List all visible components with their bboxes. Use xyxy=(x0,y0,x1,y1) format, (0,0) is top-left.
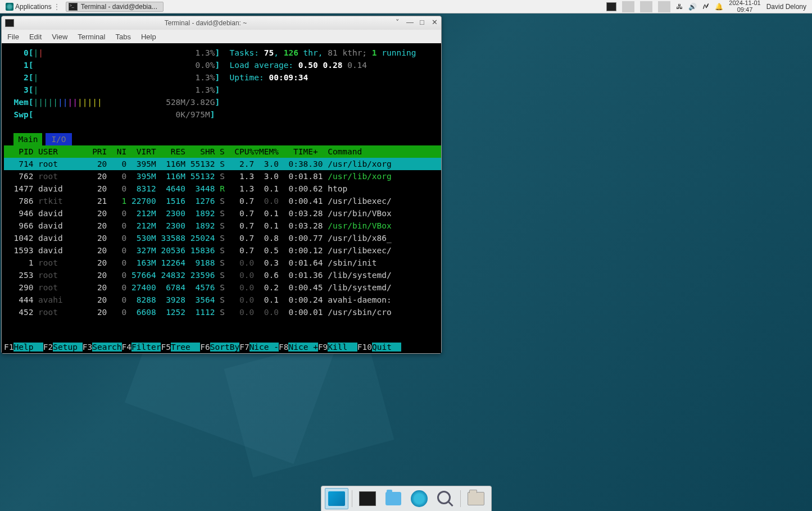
terminal-content[interactable]: 0[|| 1.3%] Tasks: 75, 126 thr, 81 kthr; … xyxy=(2,43,441,341)
clock-time: 09:47 xyxy=(729,7,760,13)
dock-home-folder[interactable] xyxy=(464,488,488,509)
menu-tabs[interactable]: Tabs xyxy=(115,33,130,41)
close-button[interactable]: ✕ xyxy=(431,20,438,26)
applications-menu[interactable]: Applications ⋮ xyxy=(2,2,63,12)
tray-separator xyxy=(640,1,652,12)
maximize-button[interactable]: □ xyxy=(419,20,425,26)
clock-date: 2024-11-01 xyxy=(729,0,760,7)
volume-icon[interactable]: 🔊 xyxy=(688,3,697,11)
taskbar-item-terminal[interactable]: Terminal - david@debia... xyxy=(66,2,164,12)
menu-file[interactable]: File xyxy=(7,33,19,41)
applications-label: Applications xyxy=(15,3,52,11)
window-icon xyxy=(5,19,14,27)
menu-view[interactable]: View xyxy=(52,33,67,41)
window-title: Terminal - david@debian: ~ xyxy=(17,19,394,27)
menu-separator: ⋮ xyxy=(53,3,60,11)
tray-separator xyxy=(658,1,670,12)
dock-terminal[interactable] xyxy=(356,488,379,509)
menu-edit[interactable]: Edit xyxy=(29,33,42,41)
menubar: File Edit View Terminal Tabs Help xyxy=(2,30,441,43)
terminal-icon xyxy=(69,3,78,11)
top-panel: Applications ⋮ Terminal - david@debia...… xyxy=(0,0,812,13)
notification-icon[interactable]: 🔔 xyxy=(715,3,723,11)
tray-terminal-icon[interactable] xyxy=(606,2,616,11)
taskbar-label: Terminal - david@debia... xyxy=(81,3,157,11)
titlebar[interactable]: Terminal - david@debian: ~ ˅ — □ ✕ xyxy=(2,16,441,30)
dock-web-browser[interactable] xyxy=(407,488,431,509)
dock-file-manager[interactable] xyxy=(382,488,405,509)
power-icon[interactable]: 🗲 xyxy=(702,3,709,11)
minimize-button[interactable]: ˅ xyxy=(394,20,401,26)
menu-help[interactable]: Help xyxy=(141,33,156,41)
network-icon[interactable]: 🖧 xyxy=(676,3,683,11)
clock[interactable]: 2024-11-01 09:47 xyxy=(729,0,760,13)
fkey-bar: F1Help F2Setup F3SearchF4FilterF5Tree F6… xyxy=(2,341,441,353)
user-menu[interactable]: David Delony xyxy=(766,3,806,11)
menu-terminal[interactable]: Terminal xyxy=(78,33,105,41)
terminal-window: Terminal - david@debian: ~ ˅ — □ ✕ File … xyxy=(1,16,442,354)
restore-button[interactable]: — xyxy=(406,20,413,26)
dock-show-desktop[interactable] xyxy=(325,488,348,509)
xfce-icon xyxy=(6,3,13,11)
tray-separator xyxy=(622,1,634,12)
dock xyxy=(321,486,492,511)
dock-app-finder[interactable] xyxy=(433,488,457,509)
